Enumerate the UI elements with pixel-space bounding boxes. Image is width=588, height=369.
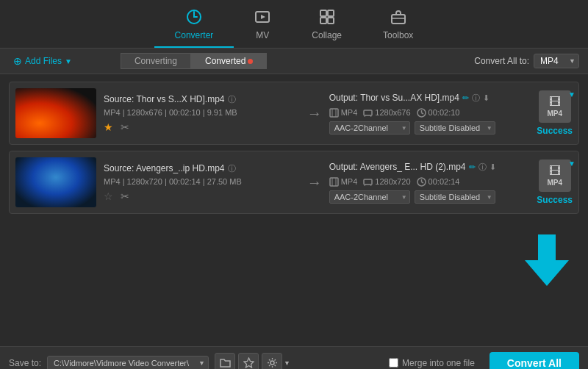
convert-all-to: Convert All to: MP4 MKV AVI MOV WMV (474, 54, 579, 68)
nav-mv[interactable]: MV (234, 6, 291, 48)
bottom-bar: Save to: ▼ ▼ Merge into one file Convert… (0, 346, 588, 369)
format-select-wrap: MP4 MKV AVI MOV WMV (534, 54, 579, 68)
save-path-wrap: ▼ (47, 356, 209, 370)
main-content: Source: Thor vs S...X HD].mp4 ⓘ MP4 | 12… (0, 74, 588, 346)
nav-collage[interactable]: Collage (291, 6, 362, 48)
svg-rect-6 (392, 15, 405, 24)
add-files-button[interactable]: ⊕ Add Files ▼ (9, 54, 76, 68)
convert-all-to-label: Convert All to: (474, 56, 529, 66)
merge-label: Merge into one file (402, 358, 475, 368)
save-to-label: Save to: (9, 358, 41, 368)
thumbnail-2 (15, 157, 96, 207)
format-badge-wrap-2: 🎞 MP4 ▼ Success (537, 160, 573, 205)
badge-dropdown-1[interactable]: ▼ (568, 90, 576, 98)
item-row: Source: Thor vs S...X HD].mp4 ⓘ MP4 | 12… (9, 82, 579, 145)
merge-checkbox[interactable] (389, 358, 398, 368)
spec-res-1: 1280x676 (363, 108, 410, 118)
spec-dur-2: 00:02:14 (417, 177, 460, 187)
star-icon-1[interactable]: ★ (104, 121, 113, 133)
edit-icon-2[interactable]: ✏ (469, 162, 476, 172)
star-icon-2[interactable]: ☆ (104, 190, 113, 202)
item-info-2: Source: Avengers_..ip HD.mp4 ⓘ MP4 | 128… (104, 163, 300, 202)
settings-icon-btn[interactable] (262, 353, 282, 370)
subtitle-select-wrap-2: Subtitle Disabled (415, 190, 495, 204)
save-path-input[interactable] (47, 356, 209, 370)
add-files-dropdown-arrow: ▼ (65, 57, 72, 65)
badge-dropdown-2[interactable]: ▼ (568, 160, 576, 168)
subtitle-select-2[interactable]: Subtitle Disabled (415, 190, 495, 204)
bottom-icons: ▼ (215, 353, 290, 370)
enhance-icon-btn[interactable] (238, 353, 259, 370)
arrow-right-2: → (307, 174, 322, 191)
svg-line-16 (421, 112, 423, 114)
converter-icon (186, 9, 202, 29)
output-section-1: Output: Thor vs Su...AX HD].mp4 ✏ ⓘ ⬇ MP… (329, 93, 526, 135)
tab-group: Converting Converted (121, 53, 267, 69)
nav-toolbox[interactable]: Toolbox (362, 6, 434, 48)
item-info-1: Source: Thor vs S...X HD].mp4 ⓘ MP4 | 12… (104, 94, 300, 133)
cut-icon-2[interactable]: ✂ (121, 190, 129, 202)
tab-converted-label: Converted (205, 56, 245, 66)
output-name-1: Output: Thor vs Su...AX HD].mp4 ✏ ⓘ ⬇ (329, 93, 526, 104)
svg-rect-11 (364, 110, 372, 115)
format-select[interactable]: MP4 MKV AVI MOV WMV (534, 54, 579, 68)
info-icon-1[interactable]: ⓘ (228, 94, 236, 105)
tab-converting[interactable]: Converting (121, 53, 191, 69)
file-meta-2: MP4 | 1280x720 | 00:02:14 | 27.50 MB (104, 177, 300, 186)
info-icon-2[interactable]: ⓘ (228, 163, 236, 174)
spec-dur-label-2: 00:02:14 (429, 177, 460, 186)
output-info-icon-2[interactable]: ⓘ (478, 162, 487, 173)
convert-all-button[interactable]: Convert All (490, 352, 579, 370)
audio-select-1[interactable]: AAC-2Channel (329, 121, 410, 135)
spec-format-label-2: MP4 (341, 177, 358, 186)
svg-line-25 (421, 182, 423, 183)
spec-format-1: MP4 (329, 108, 358, 118)
nav-converter-label: Converter (175, 30, 214, 40)
output-info-icon-1[interactable]: ⓘ (472, 93, 480, 104)
spec-res-2: 1280x720 (363, 177, 410, 187)
output-specs-1: MP4 1280x676 00:02:10 (329, 108, 526, 118)
download-icon-2[interactable]: ⬇ (490, 162, 496, 172)
thumbnail-1 (15, 88, 96, 138)
svg-rect-20 (364, 179, 372, 184)
collage-icon (319, 9, 335, 29)
download-icon-1[interactable]: ⬇ (483, 93, 490, 103)
format-badge-1: 🎞 MP4 (539, 90, 571, 123)
add-files-label: Add Files (25, 56, 62, 66)
badge-icon-2: 🎞 (549, 164, 561, 178)
success-label-1: Success (537, 126, 573, 136)
cut-icon-1[interactable]: ✂ (121, 121, 129, 133)
converted-badge (248, 59, 253, 64)
audio-select-2[interactable]: AAC-2Channel (329, 190, 410, 204)
mv-icon (254, 9, 270, 29)
top-nav: Converter MV Collage (0, 0, 588, 49)
svg-rect-4 (320, 18, 326, 24)
output-controls-2: AAC-2Channel Subtitle Disabled (329, 190, 526, 204)
svg-point-27 (270, 361, 274, 365)
item-actions-1: ★ ✂ (104, 121, 300, 133)
nav-converter[interactable]: Converter (154, 6, 234, 48)
svg-rect-5 (328, 18, 334, 24)
source-label-2: Source: Avengers_..ip HD.mp4 (104, 163, 225, 173)
badge-label-1: MP4 (547, 110, 562, 118)
folder-icon-btn[interactable] (215, 353, 235, 370)
toolbox-icon (390, 9, 406, 29)
svg-marker-26 (244, 358, 254, 368)
spec-res-label-2: 1280x720 (375, 177, 410, 186)
badge-label-2: MP4 (547, 179, 562, 187)
output-specs-2: MP4 1280x720 00:02:14 (329, 177, 526, 187)
output-name-2: Output: Avengers_ E... HD (2).mp4 ✏ ⓘ ⬇ (329, 162, 526, 173)
settings-dropdown-arrow[interactable]: ▼ (284, 359, 290, 367)
spec-dur-1: 00:02:10 (417, 108, 460, 118)
tab-converted[interactable]: Converted (191, 53, 267, 69)
merge-check: Merge into one file (389, 358, 475, 368)
item-actions-2: ☆ ✂ (104, 190, 300, 202)
edit-icon-1[interactable]: ✏ (462, 93, 469, 103)
nav-collage-label: Collage (312, 30, 342, 40)
toolbar: ⊕ Add Files ▼ Converting Converted Conve… (0, 49, 588, 74)
nav-mv-label: MV (256, 30, 269, 40)
output-controls-1: AAC-2Channel Subtitle Disabled (329, 121, 526, 135)
audio-select-wrap-2: AAC-2Channel (329, 190, 410, 204)
source-label-1: Source: Thor vs S...X HD].mp4 (104, 94, 225, 104)
subtitle-select-1[interactable]: Subtitle Disabled (415, 121, 495, 135)
